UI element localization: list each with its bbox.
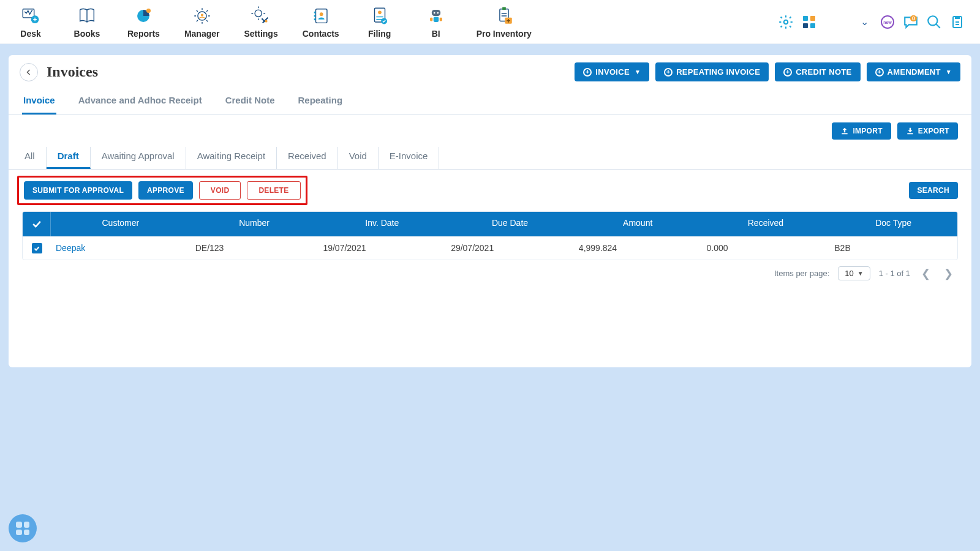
caret-down-icon: ▼ [858,270,864,277]
svg-rect-21 [439,17,442,21]
nav-item-books[interactable]: Books [71,6,103,39]
svg-rect-16 [432,10,440,16]
search-icon[interactable] [926,14,942,30]
import-button[interactable]: IMPORT [832,122,891,140]
clipboard-icon[interactable] [949,14,965,30]
page-title: Invoices [47,64,98,80]
page-size-select[interactable]: 10 ▼ [838,266,870,280]
svg-rect-28 [803,23,808,28]
nav-item-proinventory[interactable]: Pro Inventory [477,6,532,39]
chevron-down-icon[interactable]: ⌄ [856,14,872,30]
nav-item-contacts[interactable]: Contacts [303,6,339,39]
caret-down-icon: ▼ [946,69,952,75]
svg-point-6 [255,10,262,17]
new-badge-icon[interactable]: new [880,14,895,30]
svg-point-7 [265,20,267,22]
th-number[interactable]: Number [190,212,318,236]
nav-item-reports[interactable]: Reports [127,6,160,39]
apps-icon[interactable] [801,14,817,30]
svg-rect-29 [810,23,815,28]
nav-item-manager[interactable]: Manager [184,6,220,39]
page-size-value: 10 [845,269,853,278]
th-customer[interactable]: Customer [51,212,190,236]
th-inv-date[interactable]: Inv. Date [318,212,446,236]
button-label: AMENDMENT [888,67,941,77]
nav-label: Books [74,29,100,39]
select-all-checkbox[interactable] [23,212,51,236]
notification-count: 0 [910,15,917,21]
new-repeating-invoice-button[interactable]: + REPEATING INVOICE [655,62,769,81]
nav-item-filing[interactable]: Filing [364,6,396,39]
th-amount[interactable]: Amount [574,212,702,236]
download-icon [906,127,914,135]
plus-circle-icon: + [783,68,792,77]
th-doc-type[interactable]: Doc Type [829,212,957,236]
submit-for-approval-button[interactable]: SUBMIT FOR APPROVAL [24,181,132,200]
button-label: IMPORT [853,127,882,135]
filter-all[interactable]: All [22,147,47,169]
svg-point-3 [146,8,151,12]
settings-icon [251,6,271,26]
cell-customer[interactable]: Deepak [51,237,190,260]
main-card: Invoices + INVOICE ▼ + REPEATING INVOICE… [9,55,971,367]
app-launcher-fab[interactable] [9,514,37,542]
tab-advance-receipt[interactable]: Advance and Adhoc Receipt [77,91,203,114]
inventory-icon [494,6,514,26]
tab-invoice[interactable]: Invoice [22,91,56,114]
void-button[interactable]: VOID [199,181,241,200]
filter-e-invoice[interactable]: E-Invoice [379,147,440,169]
next-page-button[interactable]: ❯ [941,267,956,280]
plus-circle-icon: + [664,68,673,77]
new-invoice-button[interactable]: + INVOICE ▼ [575,62,649,81]
primary-actions: + INVOICE ▼ + REPEATING INVOICE + CREDIT… [575,62,960,81]
plus-circle-icon: + [875,68,884,77]
delete-button[interactable]: DELETE [247,181,300,200]
export-button[interactable]: EXPORT [897,122,958,140]
row-checkbox-cell[interactable] [23,237,51,260]
button-label: INVOICE [595,67,630,77]
pagination: Items per page: 10 ▼ 1 - 1 of 1 ❮ ❯ [9,260,971,280]
search-button[interactable]: SEARCH [909,182,958,199]
svg-rect-10 [314,15,315,17]
cell-doc-type: B2B [829,237,957,260]
th-due-date[interactable]: Due Date [446,212,574,236]
filter-awaiting-receipt[interactable]: Awaiting Receipt [186,147,277,169]
grid-icon [16,522,29,535]
svg-point-12 [320,12,323,16]
chat-icon[interactable]: 0 [903,14,919,30]
nav-item-bi[interactable]: BI [420,6,452,39]
cell-received: 0.000 [702,237,830,260]
nav-label: Desk [20,29,40,39]
new-credit-note-button[interactable]: + CREDIT NOTE [775,62,860,81]
filter-draft[interactable]: Draft [47,147,91,169]
th-received[interactable]: Received [702,212,830,236]
svg-point-14 [378,10,382,14]
gear-icon[interactable] [778,14,794,30]
filter-received[interactable]: Received [277,147,338,169]
nav-items: Desk Books Reports Manager Settings Cont… [15,6,532,39]
desk-icon [20,6,41,26]
books-icon [77,6,97,26]
table-header: Customer Number Inv. Date Due Date Amoun… [23,212,957,236]
card-header: Invoices + INVOICE ▼ + REPEATING INVOICE… [9,62,971,86]
cell-due-date: 29/07/2021 [446,237,574,260]
svg-point-17 [433,12,435,13]
nav-item-desk[interactable]: Desk [15,6,47,39]
table-row[interactable]: Deepak DE/123 19/07/2021 29/07/2021 4,99… [23,236,957,260]
tab-repeating[interactable]: Repeating [297,91,344,114]
tab-credit-note[interactable]: Credit Note [224,91,276,114]
filter-awaiting-approval[interactable]: Awaiting Approval [91,147,186,169]
new-amendment-button[interactable]: + AMENDMENT ▼ [867,62,960,81]
nav-label: Filing [368,29,391,39]
filter-void[interactable]: Void [338,147,379,169]
nav-label: Settings [244,29,277,39]
approve-button[interactable]: APPROVE [138,181,193,200]
row-checkbox[interactable] [32,243,42,253]
import-export-row: IMPORT EXPORT [9,115,971,144]
svg-rect-9 [314,11,315,13]
nav-label: Pro Inventory [477,29,532,39]
back-button[interactable] [20,63,38,81]
prev-page-button[interactable]: ❮ [919,267,933,280]
nav-item-settings[interactable]: Settings [244,6,277,39]
svg-rect-27 [810,16,815,21]
